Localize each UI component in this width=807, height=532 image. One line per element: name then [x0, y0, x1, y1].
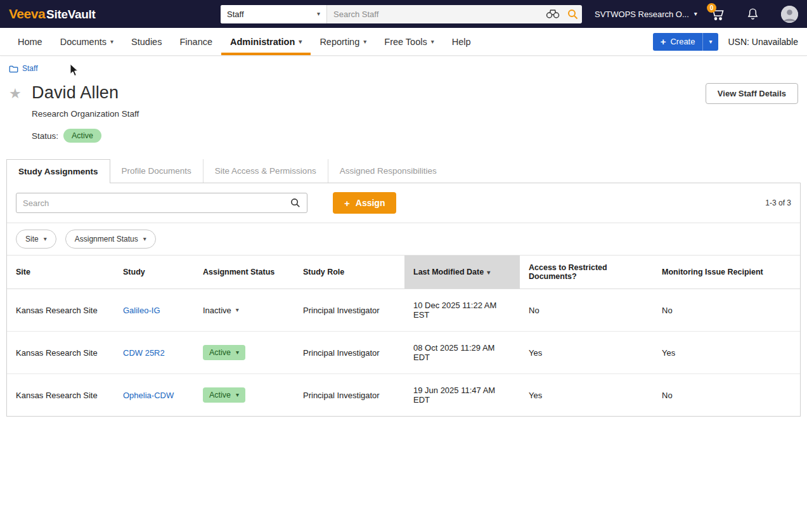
search-icon[interactable] [564, 9, 582, 20]
global-search-input[interactable] [327, 5, 542, 23]
table-row: Kansas Research Site Ophelia-CDW Active … [7, 374, 800, 417]
nav-item-studies[interactable]: Studies [122, 28, 171, 55]
sort-desc-icon: ▾ [487, 269, 490, 276]
nav-item-label: Reporting [320, 37, 359, 47]
create-dropdown-button[interactable]: ▾ [702, 33, 718, 51]
cell-monitoring-issue: No [653, 289, 800, 332]
search-scope-select[interactable]: Staff ▾ [221, 5, 327, 23]
study-link[interactable]: Ophelia-CDW [123, 391, 174, 400]
cell-study-role: Principal Investigator [294, 332, 404, 374]
filter-assignment-status-label: Assignment Status [75, 235, 138, 243]
column-header-assignment-status[interactable]: Assignment Status [194, 256, 294, 289]
filter-assignment-status[interactable]: Assignment Status ▾ [65, 230, 156, 249]
study-link[interactable]: CDW 25R2 [123, 348, 165, 358]
nav-item-label: Finance [179, 37, 212, 47]
study-assignments-panel: + Assign 1-3 of 3 Site ▾ Assignment Stat… [6, 183, 801, 417]
nav-item-administration[interactable]: Administration ▾ [221, 28, 311, 55]
usn-status: USN: Unavailable [728, 37, 799, 47]
cell-access-restricted: Yes [520, 332, 653, 374]
cell-study: CDW 25R2 [114, 332, 194, 374]
chevron-down-icon: ▾ [236, 307, 239, 313]
star-favorite-icon[interactable]: ★ [9, 86, 25, 102]
veeva-sitevault-logo[interactable]: Veeva SiteVault [9, 6, 110, 22]
status-dropdown[interactable]: Active ▾ [203, 345, 245, 360]
search-scope-value: Staff [227, 10, 244, 19]
global-search-bar: Staff ▾ [221, 5, 582, 23]
breadcrumb-staff-link[interactable]: Staff [22, 64, 37, 73]
cell-study: Galileo-IG [114, 289, 194, 332]
nav-right-group: + Create ▾ USN: Unavailable [653, 28, 798, 55]
notifications-bell-icon[interactable] [746, 7, 759, 21]
cell-monitoring-issue: No [653, 374, 800, 417]
cell-access-restricted: No [520, 289, 653, 332]
cell-study-role: Principal Investigator [294, 289, 404, 332]
chevron-down-icon: ▾ [236, 349, 239, 356]
chevron-down-icon: ▾ [431, 39, 434, 45]
column-header-site[interactable]: Site [7, 256, 114, 289]
cell-study: Ophelia-CDW [114, 374, 194, 417]
assign-button[interactable]: + Assign [333, 192, 396, 214]
panel-toolbar: + Assign 1-3 of 3 [7, 183, 800, 223]
status-dropdown[interactable]: Active ▾ [203, 387, 245, 403]
tab-site-access-permissions[interactable]: Site Access & Permissions [203, 159, 328, 183]
tab-study-assignments[interactable]: Study Assignments [6, 159, 110, 183]
org-selector[interactable]: SVTWOPS Research O... ▾ [595, 10, 697, 19]
page-header-text: David Allen Research Organization Staff [32, 83, 139, 119]
assignments-table: Site Study Assignment Status Study Role … [7, 256, 800, 416]
chevron-down-icon: ▾ [694, 11, 697, 17]
status-label: Status: [32, 131, 58, 141]
chevron-down-icon: ▾ [317, 11, 320, 17]
topbar-icons: 0 [709, 6, 798, 23]
nav-item-free-tools[interactable]: Free Tools ▾ [375, 28, 442, 55]
study-link[interactable]: Galileo-IG [123, 306, 160, 315]
chevron-down-icon: ▾ [110, 39, 113, 45]
cell-assignment-status: Active ▾ [194, 332, 294, 374]
page-title: David Allen [32, 83, 139, 103]
tab-assigned-responsibilities[interactable]: Assigned Responsibilities [328, 159, 448, 183]
create-button-label: Create [670, 37, 695, 46]
search-icon[interactable] [290, 198, 300, 208]
veeva-logo-text: Veeva [9, 6, 45, 22]
binoculars-icon[interactable] [542, 9, 564, 19]
column-header-access-restricted[interactable]: Access to Restricted Documents? [520, 256, 653, 289]
nav-item-reporting[interactable]: Reporting ▾ [311, 28, 375, 55]
cell-last-modified: 10 Dec 2025 11:22 AM EST [404, 289, 520, 332]
main-nav: Home Documents ▾ Studies Finance Adminis… [0, 28, 807, 56]
cell-monitoring-issue: Yes [653, 332, 800, 374]
nav-item-label: Studies [131, 37, 162, 47]
tab-bar: Study Assignments Profile Documents Site… [6, 159, 801, 183]
cell-assignment-status: Active ▾ [194, 374, 294, 417]
nav-item-documents[interactable]: Documents ▾ [51, 28, 122, 55]
nav-item-help[interactable]: Help [443, 28, 480, 55]
user-avatar[interactable] [781, 6, 798, 23]
chevron-down-icon: ▾ [236, 392, 239, 398]
status-dropdown[interactable]: Inactive ▾ [203, 306, 239, 315]
plus-icon: + [344, 198, 350, 208]
cell-site: Kansas Research Site [7, 332, 114, 374]
column-header-study[interactable]: Study [114, 256, 194, 289]
view-staff-details-button[interactable]: View Staff Details [706, 83, 798, 104]
create-split-button: + Create ▾ [653, 33, 718, 51]
nav-item-finance[interactable]: Finance [171, 28, 221, 55]
cell-site: Kansas Research Site [7, 289, 114, 332]
filter-site[interactable]: Site ▾ [16, 230, 56, 249]
nav-item-label: Free Tools [384, 37, 427, 47]
cart-count-badge: 0 [707, 3, 716, 13]
cart-icon[interactable]: 0 [709, 7, 725, 21]
column-header-study-role[interactable]: Study Role [294, 256, 404, 289]
plus-icon: + [661, 37, 666, 46]
assignments-search-input[interactable] [23, 198, 290, 208]
cell-assignment-status: Inactive ▾ [194, 289, 294, 332]
column-header-monitoring-issue[interactable]: Monitoring Issue Recipient [653, 256, 800, 289]
cell-site: Kansas Research Site [7, 374, 114, 417]
page-subtitle: Research Organization Staff [32, 109, 139, 119]
cell-study-role: Principal Investigator [294, 374, 404, 417]
chevron-down-icon: ▾ [299, 39, 302, 45]
nav-item-label: Help [452, 37, 471, 47]
create-button[interactable]: + Create [653, 33, 703, 51]
nav-item-home[interactable]: Home [9, 28, 51, 55]
column-header-last-modified-date[interactable]: Last Modified Date▾ [404, 256, 520, 289]
breadcrumb: Staff [0, 56, 807, 73]
chevron-down-icon: ▾ [709, 39, 712, 45]
tab-profile-documents[interactable]: Profile Documents [110, 159, 203, 183]
